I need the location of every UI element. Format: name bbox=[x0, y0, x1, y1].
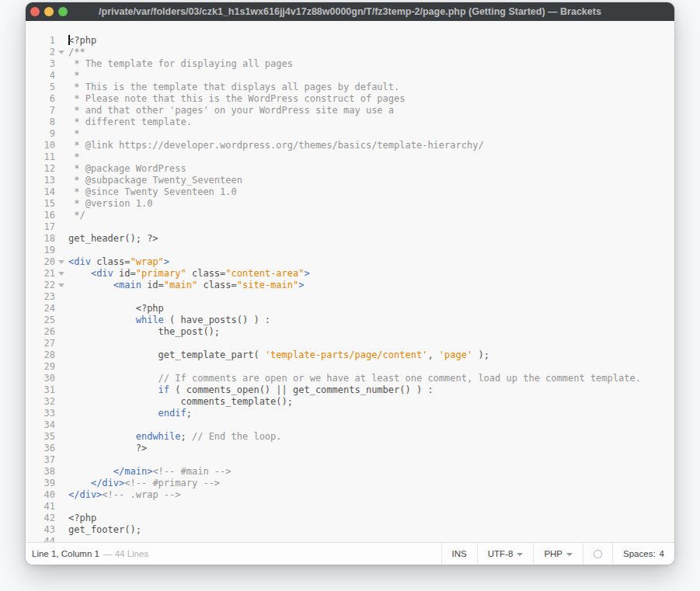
gutter-fold-column bbox=[55, 454, 68, 466]
code-line[interactable]: 11 * bbox=[26, 151, 674, 163]
code-line[interactable]: 20<div class="wrap"> bbox=[26, 256, 674, 268]
gutter-fold-column bbox=[55, 384, 68, 396]
language-selector[interactable]: PHP bbox=[533, 543, 583, 565]
code-line[interactable]: 3 * The template for displaying all page… bbox=[26, 58, 674, 70]
gutter-fold-column bbox=[55, 501, 68, 513]
code-text: * different template. bbox=[68, 116, 192, 128]
code-line[interactable]: 37 bbox=[26, 454, 674, 466]
gutter-fold-column bbox=[55, 58, 68, 70]
line-number: 36 bbox=[26, 443, 55, 454]
code-line[interactable]: 26 the_post(); bbox=[26, 326, 674, 338]
code-line[interactable]: 23 bbox=[26, 291, 674, 303]
code-line[interactable]: 13 * @subpackage Twenty_Seventeen bbox=[26, 175, 674, 186]
code-line[interactable]: 12 * @package WordPress bbox=[26, 163, 674, 175]
code-line[interactable]: 41 bbox=[26, 501, 674, 513]
line-number: 12 bbox=[26, 163, 55, 175]
code-line[interactable]: 6 * Please note that this is the WordPre… bbox=[26, 93, 674, 105]
line-number: 9 bbox=[26, 128, 55, 140]
code-line[interactable]: 16 */ bbox=[26, 210, 674, 221]
line-number: 21 bbox=[26, 268, 55, 280]
code-line[interactable]: 4 * bbox=[26, 70, 674, 82]
code-line[interactable]: 9 * bbox=[26, 128, 674, 140]
code-line[interactable]: 8 * different template. bbox=[26, 116, 674, 128]
code-editor[interactable]: 1<?php2/**3 * The template for displayin… bbox=[26, 21, 674, 542]
code-line[interactable]: 42<?php bbox=[26, 513, 674, 524]
code-line[interactable]: 31 if ( comments_open() || get_comments_… bbox=[26, 384, 674, 396]
code-line[interactable]: 40</div><!-- .wrap --> bbox=[26, 489, 674, 501]
line-number: 5 bbox=[26, 82, 55, 93]
indent-size[interactable]: 4 bbox=[660, 549, 664, 558]
line-number: 15 bbox=[26, 198, 55, 210]
gutter-fold-column bbox=[55, 338, 68, 349]
fold-arrow-icon[interactable] bbox=[58, 283, 64, 287]
statusbar-left: Line 1, Column 1 — 44 Lines bbox=[26, 543, 441, 565]
titlebar[interactable]: /private/var/folders/03/czk1_h1s1wx616jj… bbox=[26, 2, 674, 21]
line-number: 10 bbox=[26, 140, 55, 151]
code-text: <?php bbox=[68, 35, 96, 47]
line-number: 18 bbox=[26, 233, 55, 245]
line-number: 38 bbox=[26, 466, 55, 478]
line-number: 43 bbox=[26, 524, 55, 536]
fold-arrow-icon[interactable] bbox=[58, 260, 64, 264]
code-line[interactable]: 5 * This is the template that displays a… bbox=[26, 82, 674, 93]
code-text: if ( comments_open() || get_comments_num… bbox=[68, 384, 434, 396]
code-text: * This is the template that displays all… bbox=[68, 82, 399, 93]
gutter-fold-column bbox=[55, 245, 68, 256]
code-line[interactable]: 10 * @link https://developer.wordpress.o… bbox=[26, 140, 674, 151]
code-line[interactable]: 43get_footer(); bbox=[26, 524, 674, 536]
code-text: while ( have_posts() ) : bbox=[68, 315, 270, 326]
code-line[interactable]: 7 * and that other 'pages' on your WordP… bbox=[26, 105, 674, 116]
gutter-fold-column bbox=[55, 221, 68, 233]
gutter-fold-column bbox=[55, 478, 68, 489]
code-text: <?php bbox=[68, 513, 96, 524]
code-text: </main><!-- #main --> bbox=[68, 466, 232, 478]
code-text: // If comments are open or we have at le… bbox=[68, 373, 641, 384]
code-line[interactable]: 44 bbox=[26, 536, 674, 542]
code-line[interactable]: 15 * @version 1.0 bbox=[26, 198, 674, 210]
encoding-selector[interactable]: UTF-8 bbox=[477, 543, 534, 565]
code-line[interactable]: 22 <main id="main" class="site-main"> bbox=[26, 280, 674, 291]
code-line[interactable]: 39 </div><!-- #primary --> bbox=[26, 478, 674, 489]
line-number: 40 bbox=[26, 489, 55, 501]
zoom-button[interactable] bbox=[58, 7, 68, 16]
code-line[interactable]: 1<?php bbox=[26, 35, 674, 47]
minimize-button[interactable] bbox=[44, 7, 54, 16]
code-line[interactable]: 24 <?php bbox=[26, 303, 674, 315]
close-button[interactable] bbox=[30, 7, 40, 16]
code-line[interactable]: 33 endif; bbox=[26, 408, 674, 419]
line-number: 42 bbox=[26, 513, 55, 524]
code-line[interactable]: 35 endwhile; // End the loop. bbox=[26, 431, 674, 443]
code-text: * and that other 'pages' on your WordPre… bbox=[68, 105, 394, 116]
gutter-fold-column bbox=[55, 291, 68, 303]
gutter-fold-column bbox=[55, 198, 68, 210]
code-text: * @package WordPress bbox=[68, 163, 186, 175]
code-line[interactable]: 34 bbox=[26, 419, 674, 431]
fold-arrow-icon[interactable] bbox=[58, 50, 64, 54]
code-line[interactable]: 19 bbox=[26, 245, 674, 256]
line-number: 6 bbox=[26, 93, 55, 105]
live-preview-toggle[interactable] bbox=[583, 543, 612, 565]
code-line[interactable]: 29 bbox=[26, 361, 674, 373]
line-number: 32 bbox=[26, 396, 55, 408]
gutter-fold-column bbox=[55, 373, 68, 384]
code-line[interactable]: 25 while ( have_posts() ) : bbox=[26, 315, 674, 326]
insert-mode-indicator[interactable]: INS bbox=[441, 543, 477, 565]
window-title: /private/var/folders/03/czk1_h1s1wx616jj… bbox=[26, 2, 674, 21]
fold-arrow-icon[interactable] bbox=[58, 272, 64, 276]
code-line[interactable]: 17 bbox=[26, 221, 674, 233]
code-line[interactable]: 32 comments_template(); bbox=[26, 396, 674, 408]
code-line[interactable]: 21 <div id="primary" class="content-area… bbox=[26, 268, 674, 280]
code-text: get_header(); ?> bbox=[68, 233, 158, 245]
code-line[interactable]: 30 // If comments are open or we have at… bbox=[26, 373, 674, 384]
line-number: 4 bbox=[26, 70, 55, 82]
code-line[interactable]: 14 * @since Twenty Seventeen 1.0 bbox=[26, 186, 674, 198]
gutter-fold-column bbox=[55, 443, 68, 454]
code-line[interactable]: 2/** bbox=[26, 47, 674, 58]
code-line[interactable]: 38 </main><!-- #main --> bbox=[26, 466, 674, 478]
gutter-fold-column bbox=[55, 536, 68, 542]
code-text: <main id="main" class="site-main"> bbox=[68, 280, 304, 291]
code-line[interactable]: 28 get_template_part( 'template-parts/pa… bbox=[26, 349, 674, 361]
code-line[interactable]: 27 bbox=[26, 338, 674, 349]
code-line[interactable]: 18get_header(); ?> bbox=[26, 233, 674, 245]
code-line[interactable]: 36 ?> bbox=[26, 443, 674, 454]
